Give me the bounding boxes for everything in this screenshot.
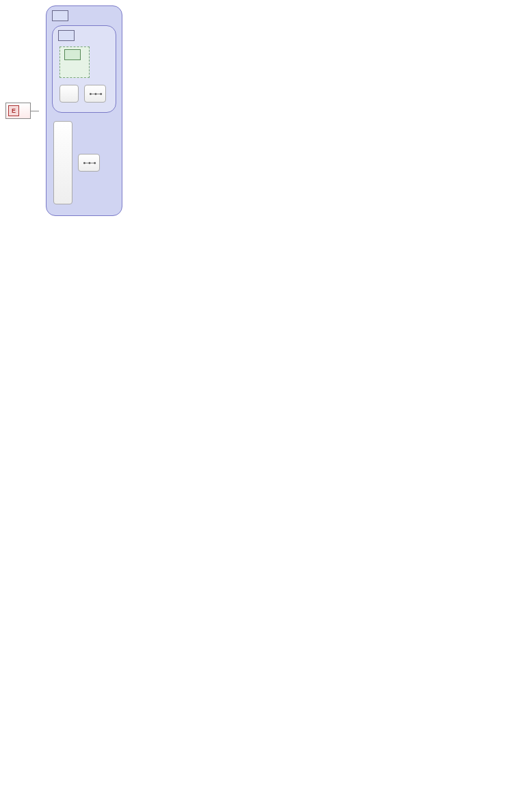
- top-sequence: •─•─•: [58, 82, 110, 105]
- element-icon: E: [8, 105, 19, 116]
- root-element: E: [5, 103, 31, 119]
- bottom-sequence: •─•─•: [52, 118, 116, 207]
- diagram-root: E: [5, 5, 532, 216]
- sequence-glyph-icon: •─•─•: [89, 90, 101, 98]
- sequence-bar: [53, 121, 72, 204]
- sequence-glyph-icon: •─•─•: [83, 159, 94, 167]
- complextype-icon: [58, 30, 75, 41]
- connector: [31, 111, 39, 111]
- outer-complextype-panel: •─•─• •─•─•: [46, 5, 122, 216]
- inner-panel-title: [58, 30, 110, 41]
- any-icon: [64, 49, 81, 60]
- inner-complextype-panel: •─•─•: [52, 25, 116, 113]
- sequence-compositor: •─•─•: [78, 154, 100, 172]
- sequence-compositor: •─•─•: [84, 85, 106, 103]
- complextype-icon: [52, 10, 68, 21]
- sequence-bar: [59, 85, 79, 103]
- any-wildcard-top: [59, 46, 90, 78]
- outer-panel-title: [52, 10, 116, 21]
